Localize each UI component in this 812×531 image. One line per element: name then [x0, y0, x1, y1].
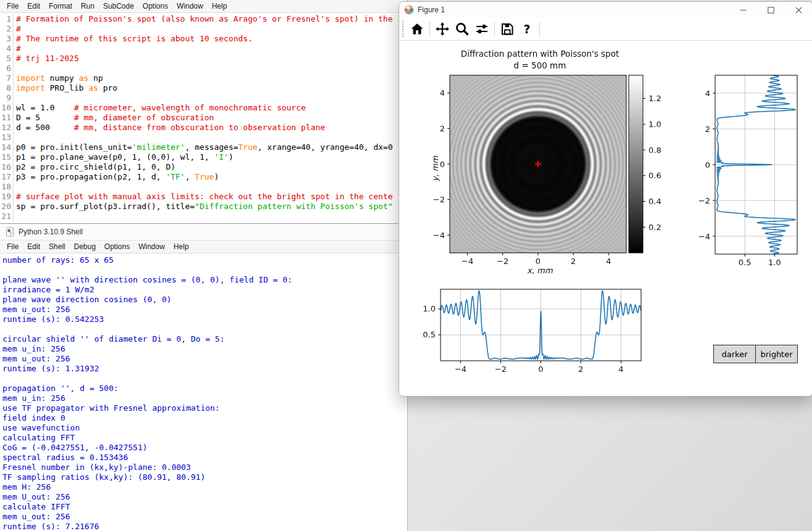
figure-titlebar[interactable]: Figure 1: [399, 2, 812, 18]
darker-button[interactable]: darker: [713, 345, 756, 363]
svg-text:4: 4: [440, 88, 445, 97]
shell-output-line: mem u_out: 256: [2, 305, 407, 315]
svg-text:4: 4: [606, 257, 611, 266]
menu-item-run[interactable]: Run: [77, 1, 99, 12]
shell-output-line: calculate IFFT: [2, 502, 407, 512]
figure-canvas[interactable]: −4−2024−4−20240.20.40.60.81.01.20.51.0−4…: [399, 41, 812, 397]
svg-text:−4: −4: [455, 364, 466, 374]
editor-menubar: FileEditFormatRunSubCodeOptionsWindowHel…: [0, 0, 407, 13]
svg-text:0.5: 0.5: [423, 330, 436, 339]
shell-output-line: [2, 324, 407, 334]
menu-item-shell[interactable]: Shell: [44, 241, 70, 252]
svg-text:−2: −2: [495, 364, 507, 374]
code-line: 18: [0, 182, 407, 192]
configure-subplots-icon[interactable]: [473, 20, 491, 38]
minimize-button[interactable]: [729, 2, 757, 18]
menu-item-edit[interactable]: Edit: [23, 1, 44, 12]
menu-item-file[interactable]: File: [2, 1, 23, 12]
zoom-icon[interactable]: [453, 20, 471, 38]
home-icon[interactable]: [408, 20, 426, 38]
shell-output-line: use TF propagator with Fresnel approxima…: [2, 403, 407, 413]
shell-output-line: Fresnel number in (kx,ky)-plane: 0.0003: [2, 463, 407, 472]
svg-text:1.0: 1.0: [648, 120, 661, 129]
svg-text:−2: −2: [433, 195, 445, 204]
x-axis-label: x, mm: [527, 266, 552, 275]
shell-output-line: number of rays: 65 x 65: [2, 255, 407, 265]
menu-item-window[interactable]: Window: [134, 241, 169, 252]
close-button[interactable]: [785, 2, 812, 18]
figure-window-title: Figure 1: [418, 6, 445, 14]
help-icon[interactable]: ?: [518, 20, 536, 38]
shell-output-line: runtime (s): 0.542253: [2, 315, 407, 324]
menu-item-options[interactable]: Options: [138, 1, 172, 12]
shell-output-line: plane wave '' with direction cosines = (…: [2, 275, 407, 285]
pan-icon[interactable]: [433, 20, 452, 38]
menu-item-format[interactable]: Format: [44, 1, 77, 12]
code-line: 9: [0, 93, 407, 103]
shell-output-line: mem u_in: 256: [2, 393, 407, 403]
svg-text:2: 2: [578, 364, 583, 374]
shell-output-line: CoG = (-0.0427551, -0.0427551): [2, 443, 407, 453]
menu-item-help[interactable]: Help: [169, 241, 193, 252]
shell-output-line: TF sampling ratios (kx,ky): (80.91, 80.9…: [2, 472, 407, 482]
python-shell-icon: [5, 227, 15, 237]
menu-item-options[interactable]: Options: [100, 241, 134, 252]
shell-output-line: use wavefunction: [2, 423, 407, 433]
svg-text:0: 0: [440, 160, 445, 169]
brighter-button[interactable]: brighter: [755, 345, 798, 363]
menu-item-window[interactable]: Window: [172, 1, 207, 12]
menu-item-edit[interactable]: Edit: [23, 241, 44, 252]
code-line: 11D = 5 # mm, diameter of obscuration: [0, 113, 407, 123]
svg-text:2: 2: [571, 257, 576, 266]
toolbar-grip[interactable]: [402, 21, 404, 37]
menu-item-file[interactable]: File: [2, 241, 23, 252]
figure-window: Figure 1 ? −4−2024−4−20240.20.40.60.81.: [399, 1, 812, 397]
shell-output-line: runtime (s): 1.31932: [2, 364, 407, 374]
code-line: 2#: [0, 24, 407, 34]
svg-text:1.0: 1.0: [423, 304, 436, 313]
code-line: 20sp = pro.surf_plot(p3.irrad(), title="…: [0, 202, 407, 212]
menu-item-debug[interactable]: Debug: [70, 241, 100, 252]
menu-item-subcode[interactable]: SubCode: [99, 1, 138, 12]
code-line: 13: [0, 133, 407, 142]
maximize-button[interactable]: [757, 2, 785, 18]
code-line: 8import PRO_lib as pro: [0, 83, 407, 93]
shell-output-line: mem H: 256: [2, 482, 407, 492]
svg-text:0: 0: [536, 257, 541, 266]
code-line: 6: [0, 64, 407, 73]
menu-item-help[interactable]: Help: [207, 1, 231, 12]
matplotlib-icon: [404, 5, 414, 15]
shell-output[interactable]: number of rays: 65 x 65 plane wave '' wi…: [0, 253, 407, 531]
figure-toolbar: ?: [399, 18, 812, 41]
shell-window-title: Python 3.10.9 Shell: [19, 228, 83, 236]
code-line: 5# trj 11-2025: [0, 54, 407, 64]
code-line: 21: [0, 212, 407, 221]
shell-output-line: spectral radius = 0.153436: [2, 453, 407, 463]
toolbar-separator: [539, 22, 540, 36]
plot-title: Diffraction pattern with Poisson's spot: [461, 49, 619, 59]
shell-output-line: irradiance = 1 W/m2: [2, 285, 407, 295]
save-icon[interactable]: [498, 20, 516, 38]
svg-text:0: 0: [705, 160, 710, 170]
svg-text:0.2: 0.2: [648, 223, 661, 232]
svg-text:4: 4: [618, 364, 623, 374]
shell-output-line: plane wave direction cosines (0, 0): [2, 295, 407, 305]
svg-text:−2: −2: [698, 196, 710, 205]
shell-output-line: circular shield '' of diameter Di = 0, D…: [2, 334, 407, 344]
svg-text:2: 2: [705, 125, 710, 134]
desktop: { "editor_window": { "menu": ["File","Ed…: [0, 0, 812, 531]
svg-text:0.4: 0.4: [648, 197, 661, 206]
shell-output-line: [2, 374, 407, 384]
code-line: 14p0 = pro.init(lens_unit='milimeter', m…: [0, 142, 407, 152]
svg-text:1.2: 1.2: [648, 94, 661, 103]
svg-text:0.8: 0.8: [648, 146, 661, 155]
code-line: 10wl = 1.0 # micrometer, wavelength of m…: [0, 103, 407, 113]
code-editor[interactable]: 1# Formation of Poisson's spot (also kno…: [0, 13, 407, 224]
idle-editor-window: FileEditFormatRunSubCodeOptionsWindowHel…: [0, 0, 408, 224]
shell-output-line: mem u_in: 256: [2, 344, 407, 354]
code-line: 1# Formation of Poisson's spot (also kno…: [0, 14, 407, 24]
shell-titlebar[interactable]: Python 3.10.9 Shell: [0, 224, 407, 241]
code-line: 17p3 = pro.propagation(p2, 1, d, 'TF', T…: [0, 172, 407, 182]
code-line: 15p1 = pro.plane_wave(p0, 1, (0,0), wl, …: [0, 152, 407, 162]
diffraction-heatmap: [450, 75, 626, 253]
